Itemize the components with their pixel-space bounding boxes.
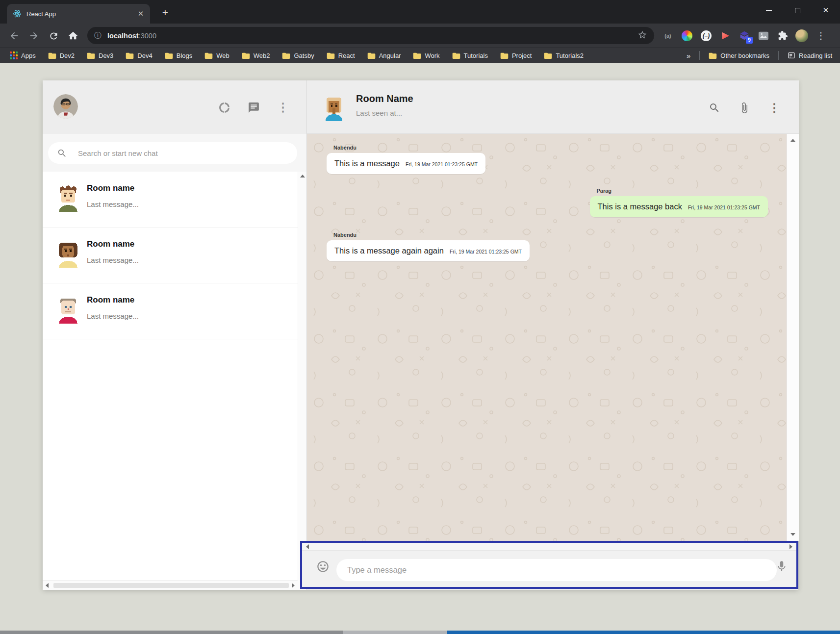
cube-extension-icon[interactable]: 9 — [738, 29, 751, 43]
chat-menu-icon[interactable]: ⋮ — [765, 99, 783, 117]
browser-tab[interactable]: React App ✕ — [7, 4, 150, 24]
message-text: This is a message back — [598, 202, 682, 211]
bookmark-folder[interactable]: Dev4 — [123, 52, 155, 59]
browser-tab-strip: React App ✕ + ✕ — [0, 0, 840, 24]
bottom-scrollbar-strip[interactable] — [0, 631, 840, 634]
other-bookmarks[interactable]: Other bookmarks — [706, 52, 772, 59]
bookmark-folder[interactable]: Web — [202, 52, 232, 59]
message-bubble: This is a message again again Fri, 19 Ma… — [327, 240, 530, 261]
message-input-pill[interactable] — [336, 559, 777, 581]
bookmark-folder[interactable]: Web2 — [239, 52, 273, 59]
reading-list[interactable]: Reading list — [785, 51, 835, 59]
tab-close-icon[interactable]: ✕ — [136, 9, 145, 18]
message-text: This is a message — [334, 159, 400, 168]
chat-search-icon[interactable] — [706, 99, 723, 117]
screenshot-extension-icon[interactable] — [757, 29, 770, 43]
message-bubble: This is a message back Fri, 19 Mar 2021 … — [590, 196, 768, 217]
message-timestamp: Fri, 19 Mar 2021 01:23:25 GMT — [406, 161, 478, 167]
bookmark-folder[interactable]: Angular — [364, 52, 404, 59]
sidebar-horizontal-scrollbar[interactable] — [43, 580, 298, 590]
browser-menu-icon[interactable]: ⋮ — [814, 29, 828, 43]
site-info-icon[interactable]: ⓘ — [94, 31, 102, 40]
chat-room-status: Last seen at... — [356, 109, 402, 117]
url-host: localhost — [107, 32, 139, 40]
sidebar-vertical-scrollbar[interactable] — [298, 172, 306, 580]
chat-panel: Room Name Last seen at... ⋮ — [306, 80, 798, 590]
color-wheel-extension-icon[interactable] — [680, 29, 694, 43]
browser-toolbar: ⓘ localhost :3000 (a) (–) 9 ⋮ — [0, 24, 840, 48]
room-name: Room name — [87, 295, 134, 305]
play-extension-icon[interactable] — [718, 29, 732, 43]
extensions-row: (a) (–) 9 ⋮ — [661, 27, 828, 44]
room-last-message: Last message... — [87, 256, 139, 264]
microphone-icon[interactable] — [773, 558, 790, 575]
home-icon[interactable] — [65, 27, 81, 44]
url-port: :3000 — [139, 32, 156, 40]
room-list-item[interactable]: Room name Last message... — [43, 228, 298, 283]
user-avatar[interactable] — [53, 94, 78, 119]
chat-body: Nabendu This is a message Fri, 19 Mar 20… — [307, 134, 787, 541]
minimize-button[interactable] — [755, 0, 783, 21]
new-chat-icon[interactable] — [245, 99, 262, 116]
maximize-button[interactable] — [783, 0, 812, 21]
address-bar[interactable]: ⓘ localhost :3000 — [87, 27, 654, 44]
search-icon — [57, 148, 67, 158]
chat-room-avatar[interactable] — [321, 96, 347, 121]
extensions-puzzle-icon[interactable] — [776, 29, 789, 43]
emoji-icon[interactable] — [314, 558, 331, 575]
footer-horizontal-scrollbar[interactable] — [302, 543, 796, 551]
message-input[interactable] — [347, 565, 766, 575]
search-bar[interactable] — [48, 142, 297, 164]
attach-file-icon[interactable] — [736, 99, 753, 117]
bookmark-folder[interactable]: Blogs — [162, 52, 196, 59]
reading-list-icon — [788, 51, 795, 59]
status-donut-icon[interactable] — [215, 99, 233, 116]
reload-icon[interactable] — [45, 27, 62, 44]
extension-a-icon[interactable]: (a) — [661, 29, 675, 43]
chat-vertical-scrollbar[interactable] — [787, 134, 799, 541]
bookmark-folder[interactable]: Work — [410, 52, 442, 59]
forward-icon[interactable] — [25, 27, 42, 44]
sidebar-header: ⋮ — [43, 80, 306, 134]
bookmark-apps[interactable]: Apps — [7, 51, 39, 59]
react-logo-icon — [13, 9, 22, 18]
bookmark-folder[interactable]: Tutorials2 — [541, 52, 586, 59]
bookmark-folder[interactable]: Tutorials — [449, 52, 491, 59]
bookmark-folder[interactable]: React — [324, 52, 358, 59]
message-author: Nabendu — [333, 145, 356, 151]
room-name: Room name — [87, 239, 134, 249]
chat-message: Parag This is a message back Fri, 19 Mar… — [590, 188, 768, 217]
message-timestamp: Fri, 19 Mar 2021 01:23:25 GMT — [688, 204, 760, 210]
circle-minus-extension-icon[interactable]: (–) — [699, 29, 713, 43]
bookmark-star-icon[interactable] — [637, 30, 647, 42]
message-timestamp: Fri, 19 Mar 2021 01:23:25 GMT — [450, 249, 522, 254]
chat-header: Room Name Last seen at... ⋮ — [307, 80, 799, 134]
scrollbar-thumb[interactable] — [53, 583, 289, 588]
bookmark-folder[interactable]: Dev3 — [84, 52, 116, 59]
whatsapp-app: ⋮ Room name Last message. — [43, 80, 798, 590]
chat-footer — [300, 541, 798, 589]
sidebar-search-section — [43, 134, 306, 172]
bookmark-folder[interactable]: Dev2 — [45, 52, 77, 59]
room-avatar — [54, 296, 82, 324]
bookmarks-bar: Apps Dev2 Dev3 Dev4 Blogs Web Web2 Gatsb… — [0, 48, 840, 63]
back-icon[interactable] — [6, 27, 23, 44]
close-button[interactable]: ✕ — [812, 0, 840, 21]
search-input[interactable] — [78, 149, 288, 157]
room-list-item[interactable]: Room name Last message... — [43, 283, 298, 339]
bookmark-folder[interactable]: Gatsby — [279, 52, 317, 59]
message-text: This is a message again again — [334, 246, 444, 255]
message-author: Nabendu — [333, 232, 356, 238]
room-name: Room name — [87, 183, 134, 193]
bottom-scrollbar-thumb[interactable] — [343, 631, 447, 634]
bookmark-folder[interactable]: Project — [497, 52, 535, 59]
chat-room-title: Room Name — [356, 93, 413, 104]
sidebar-menu-icon[interactable]: ⋮ — [274, 99, 292, 116]
chat-message: Nabendu This is a message Fri, 19 Mar 20… — [327, 145, 485, 174]
room-list-item[interactable]: Room name Last message... — [43, 172, 298, 228]
browser-profile-avatar[interactable] — [795, 29, 809, 43]
bookmarks-overflow-chevron[interactable]: » — [684, 51, 693, 60]
sidebar: ⋮ Room name Last message. — [43, 80, 306, 590]
new-tab-button[interactable]: + — [158, 6, 173, 21]
room-avatar — [54, 184, 82, 212]
